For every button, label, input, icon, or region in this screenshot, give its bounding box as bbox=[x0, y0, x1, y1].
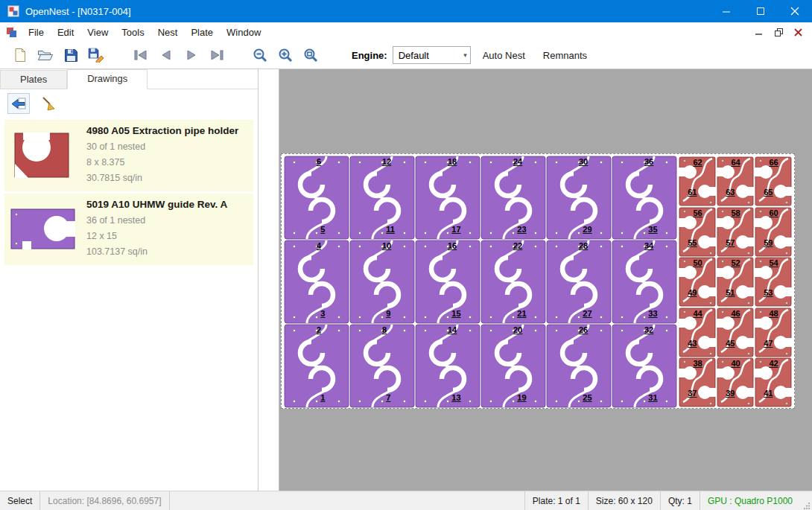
nested-part-pair[interactable]: 1817 bbox=[415, 156, 480, 240]
menu-item-edit[interactable]: Edit bbox=[51, 24, 80, 41]
part-number: 62 bbox=[693, 158, 702, 167]
menu-item-file[interactable]: File bbox=[22, 24, 51, 41]
tab-drawings[interactable]: Drawings bbox=[67, 69, 148, 89]
part-number: 65 bbox=[764, 188, 773, 197]
drawing-list-item[interactable]: 5019 A10 UHMW guide Rev. A 36 of 1 neste… bbox=[4, 194, 253, 265]
part-number: 29 bbox=[583, 225, 591, 234]
resize-grip[interactable] bbox=[800, 491, 812, 510]
nested-part-pair[interactable]: 4241 bbox=[755, 357, 793, 408]
nested-part-pair[interactable]: 6463 bbox=[717, 156, 755, 207]
engine-label: Engine: bbox=[352, 50, 387, 61]
sidebar-toolbar bbox=[0, 89, 258, 118]
part-number: 56 bbox=[693, 208, 702, 217]
zoom-out-button[interactable] bbox=[247, 44, 273, 66]
save-as-button[interactable] bbox=[83, 44, 109, 66]
nested-part-pair[interactable]: 65 bbox=[284, 156, 349, 240]
last-plate-button[interactable] bbox=[204, 44, 229, 66]
nested-part-pair[interactable]: 4039 bbox=[717, 357, 755, 408]
mdi-close-icon[interactable] bbox=[790, 25, 806, 39]
part-number: 16 bbox=[448, 241, 457, 250]
open-button[interactable] bbox=[33, 44, 58, 66]
nested-part-pair[interactable]: 6261 bbox=[679, 156, 717, 207]
part-number: 7 bbox=[386, 393, 390, 402]
nested-part-pair[interactable]: 3635 bbox=[612, 156, 677, 240]
drawing-title: 5019 A10 UHMW guide Rev. A bbox=[86, 199, 250, 210]
nested-part-pair[interactable]: 3433 bbox=[612, 240, 677, 324]
part-number: 1 bbox=[320, 393, 325, 402]
nested-part-pair[interactable]: 4443 bbox=[679, 307, 717, 358]
nested-part-pair[interactable]: 2019 bbox=[480, 324, 546, 408]
part-number: 25 bbox=[583, 393, 591, 402]
zoom-fit-button[interactable] bbox=[298, 44, 323, 66]
plate[interactable]: 65 1211 1817 2423 3029 bbox=[281, 153, 795, 409]
tab-plates[interactable]: Plates bbox=[0, 70, 67, 89]
nested-part-pair[interactable]: 43 bbox=[284, 240, 349, 324]
status-mode: Select bbox=[0, 491, 40, 510]
nested-part-pair[interactable]: 5453 bbox=[755, 257, 793, 307]
nested-part-pair[interactable]: 3029 bbox=[546, 156, 612, 240]
part-number: 38 bbox=[693, 359, 702, 368]
nested-part-pair[interactable]: 2625 bbox=[546, 324, 612, 408]
nested-part-pair[interactable]: 5857 bbox=[717, 207, 755, 258]
nested-part-pair[interactable]: 2423 bbox=[480, 156, 546, 240]
menu-item-view[interactable]: View bbox=[80, 24, 115, 41]
nested-part-pair[interactable]: 2827 bbox=[546, 240, 612, 324]
nested-part-pair[interactable]: 1413 bbox=[415, 324, 480, 408]
nested-part-pair[interactable]: 4847 bbox=[755, 307, 793, 358]
nested-part-pair[interactable]: 3231 bbox=[612, 324, 677, 408]
nested-part-pair[interactable]: 4645 bbox=[717, 307, 755, 358]
save-button[interactable] bbox=[58, 44, 83, 66]
previous-plate-button[interactable] bbox=[153, 44, 179, 66]
menu-item-nest[interactable]: Nest bbox=[151, 24, 185, 41]
next-plate-button[interactable] bbox=[179, 44, 204, 66]
nested-part-pair[interactable]: 2221 bbox=[480, 240, 546, 324]
nested-part-pair[interactable]: 1615 bbox=[415, 240, 480, 324]
drawing-nested-count: 30 of 1 nested bbox=[86, 139, 250, 155]
first-plate-button[interactable] bbox=[128, 44, 153, 66]
import-drawing-button[interactable] bbox=[7, 93, 30, 114]
previous-arrow-icon bbox=[159, 50, 174, 60]
panel-splitter[interactable] bbox=[258, 69, 279, 491]
part-number: 64 bbox=[731, 158, 740, 167]
nested-part-pair[interactable]: 1211 bbox=[349, 156, 415, 240]
nested-part-pair[interactable]: 109 bbox=[349, 240, 415, 324]
drawing-list-item[interactable]: 4980 A05 Extraction pipe holder 30 of 1 … bbox=[4, 120, 253, 191]
part-number: 23 bbox=[517, 225, 526, 234]
clear-drawings-button[interactable] bbox=[37, 93, 60, 114]
menu-item-tools[interactable]: Tools bbox=[115, 24, 150, 41]
nested-part-pair[interactable]: 6059 bbox=[755, 207, 793, 258]
menu-item-plate[interactable]: Plate bbox=[184, 24, 220, 41]
part-thumbnail bbox=[7, 125, 79, 186]
nested-part-pair[interactable]: 5251 bbox=[717, 257, 755, 307]
part-number: 54 bbox=[769, 258, 778, 267]
zoom-in-button[interactable] bbox=[273, 44, 298, 66]
part-number: 55 bbox=[688, 238, 697, 247]
main-toolbar: Engine: Default ▾ Auto Nest Remnants bbox=[0, 42, 812, 69]
mdi-minimize-icon[interactable] bbox=[751, 25, 767, 39]
nested-part-pair[interactable]: 87 bbox=[349, 324, 415, 408]
menu-item-window[interactable]: Window bbox=[220, 24, 267, 41]
nested-part-pair[interactable]: 6665 bbox=[755, 156, 793, 207]
auto-nest-button[interactable]: Auto Nest bbox=[477, 47, 531, 64]
nesting-canvas[interactable]: 65 1211 1817 2423 3029 bbox=[279, 69, 812, 491]
engine-select[interactable]: Default ▾ bbox=[393, 46, 471, 64]
part-thumbnail bbox=[7, 199, 79, 260]
nested-part-pair[interactable]: 21 bbox=[284, 324, 349, 408]
part-number: 17 bbox=[451, 225, 460, 234]
part-number: 42 bbox=[769, 359, 778, 368]
close-icon[interactable] bbox=[778, 0, 812, 22]
mdi-restore-icon[interactable] bbox=[770, 25, 787, 39]
save-icon bbox=[64, 48, 78, 63]
save-as-icon bbox=[88, 48, 104, 63]
part-number: 63 bbox=[726, 188, 735, 197]
nested-part-pair[interactable]: 5655 bbox=[679, 207, 717, 258]
new-button[interactable] bbox=[7, 44, 33, 66]
remnants-button[interactable]: Remnants bbox=[537, 47, 593, 64]
nested-part-pair[interactable]: 5049 bbox=[679, 257, 717, 307]
maximize-icon[interactable] bbox=[743, 0, 778, 22]
part-number: 47 bbox=[764, 339, 773, 348]
part-number: 3 bbox=[320, 309, 325, 318]
part-number: 58 bbox=[731, 208, 740, 217]
minimize-icon[interactable] bbox=[709, 0, 743, 22]
nested-part-pair[interactable]: 3837 bbox=[679, 357, 717, 408]
